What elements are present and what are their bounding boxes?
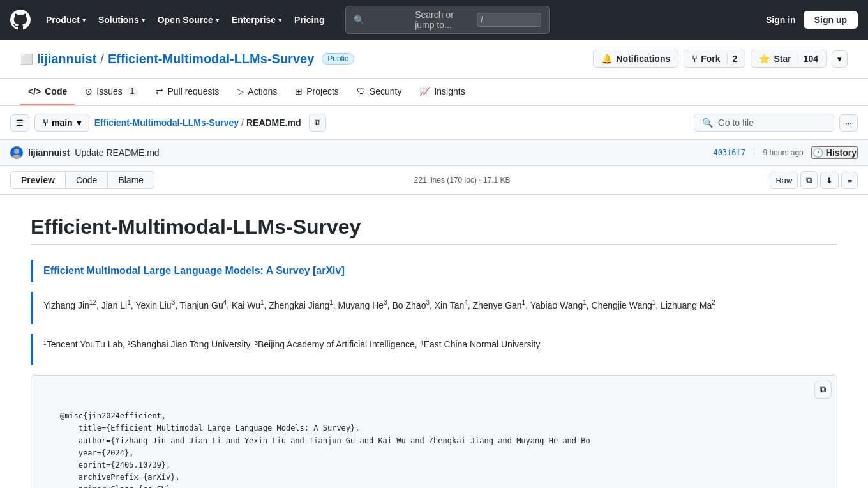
search-icon: 🔍: [354, 15, 410, 25]
github-logo-icon[interactable]: [10, 10, 31, 30]
projects-icon: ⊞: [295, 86, 303, 96]
commit-separator: ·: [753, 148, 755, 157]
outline-button[interactable]: ≡: [841, 172, 858, 189]
repo-header: ⬜ lijiannuist / Efficient-Multimodal-LLM…: [0, 40, 868, 79]
download-button[interactable]: ⬇: [820, 172, 839, 189]
branch-chevron-icon: ▾: [77, 118, 81, 128]
search-placeholder: Search or jump to...: [415, 10, 472, 30]
current-filename: README.md: [246, 118, 301, 128]
bell-icon: 🔔: [601, 54, 612, 64]
authors-text: Yizhang Jin12, Jian Li1, Yexin Liu3, Tia…: [43, 297, 827, 314]
bibtex-content: @misc{jin2024efficient, title={Efficient…: [41, 411, 590, 488]
repo-nav: </> Code ⊙ Issues 1 ⇄ Pull requests ▷ Ac…: [0, 79, 868, 106]
affiliations-text: ¹Tencent YouTu Lab, ²Shanghai Jiao Tong …: [43, 339, 827, 349]
paper-link[interactable]: Efficient Multimodal Large Language Mode…: [43, 265, 345, 276]
nav-enterprise[interactable]: Enterprise ▾: [227, 11, 287, 29]
solutions-chevron-icon: ▾: [142, 17, 145, 24]
tab-issues[interactable]: ⊙ Issues 1: [77, 79, 146, 105]
header-actions: Sign in Sign up: [766, 11, 858, 29]
repo-breadcrumb-link[interactable]: Efficient-Multimodal-LLMs-Survey: [94, 118, 239, 128]
file-breadcrumb: Efficient-Multimodal-LLMs-Survey / READM…: [94, 114, 689, 132]
readme-content: Efficient-Multimodal-LLMs-Survey Efficie…: [0, 195, 868, 488]
branch-icon: ⑂: [43, 118, 48, 128]
preview-tab[interactable]: Preview: [10, 171, 66, 189]
tab-code[interactable]: </> Code: [20, 79, 75, 105]
nav-open-source[interactable]: Open Source ▾: [153, 11, 224, 29]
history-button[interactable]: 🕐 History: [811, 146, 858, 159]
paper-citation-block: Efficient Multimodal Large Language Mode…: [31, 260, 837, 282]
repo-visibility-badge: Public: [322, 53, 354, 65]
go-to-file-search[interactable]: 🔍 Go to file: [694, 114, 834, 132]
star-dropdown-button[interactable]: ▾: [832, 50, 848, 68]
sidebar-icon: ☰: [16, 118, 24, 128]
repo-sep: /: [100, 52, 104, 66]
code-icon: </>: [28, 86, 41, 96]
fork-button[interactable]: ⑂ Fork 2: [684, 50, 745, 68]
search-icon-small: 🔍: [702, 118, 713, 128]
view-mode-tabs: Preview Code Blame: [10, 171, 154, 189]
tab-projects[interactable]: ⊞ Projects: [287, 79, 347, 105]
fork-count: 2: [727, 54, 738, 64]
chevron-down-icon: ▾: [837, 54, 842, 64]
notifications-button[interactable]: 🔔 Notifications: [593, 50, 678, 68]
readme-title: Efficient-Multimodal-LLMs-Survey: [31, 215, 837, 245]
commit-author[interactable]: lijiannuist: [28, 148, 70, 158]
star-count: 104: [798, 54, 818, 64]
author-avatar[interactable]: [10, 146, 23, 159]
security-icon: 🛡: [357, 86, 366, 96]
repo-owner-link[interactable]: lijiannuist: [37, 52, 96, 66]
blame-tab[interactable]: Blame: [108, 171, 154, 189]
tab-insights[interactable]: 📈 Insights: [412, 79, 472, 105]
repo-actions: 🔔 Notifications ⑂ Fork 2 ⭐ Star 104 ▾: [593, 50, 848, 68]
open-source-chevron-icon: ▾: [216, 17, 219, 24]
code-tab[interactable]: Code: [66, 171, 108, 189]
pr-icon: ⇄: [156, 86, 163, 96]
raw-button[interactable]: Raw: [770, 172, 798, 189]
authors-block: Yizhang Jin12, Jian Li1, Yexin Liu3, Tia…: [31, 292, 837, 324]
bibtex-block: ⧉ @misc{jin2024efficient, title={Efficie…: [31, 375, 837, 488]
copy-bibtex-button[interactable]: ⧉: [814, 381, 832, 399]
more-options-button[interactable]: ···: [839, 114, 858, 132]
issues-icon: ⊙: [85, 86, 93, 96]
copy-path-button[interactable]: ⧉: [309, 114, 326, 132]
enterprise-chevron-icon: ▾: [278, 17, 281, 24]
file-actions: Raw ⧉ ⬇ ≡: [770, 171, 858, 189]
tab-security[interactable]: 🛡 Security: [349, 79, 410, 105]
svg-point-1: [12, 155, 21, 159]
actions-icon: ▷: [237, 86, 244, 96]
affiliations-block: ¹Tencent YouTu Lab, ²Shanghai Jiao Tong …: [31, 334, 837, 365]
path-separator: /: [241, 118, 244, 128]
branch-selector[interactable]: ⑂ main ▾: [34, 114, 89, 132]
insights-icon: 📈: [419, 86, 430, 96]
commit-meta: 403f6f7 · 9 hours ago 🕐 History: [713, 146, 858, 159]
copy-raw-button[interactable]: ⧉: [800, 171, 818, 189]
star-button[interactable]: ⭐ Star 104: [751, 50, 827, 68]
sidebar-toggle-button[interactable]: ☰: [10, 114, 29, 132]
tab-actions[interactable]: ▷ Actions: [229, 79, 285, 105]
sign-up-button[interactable]: Sign up: [804, 11, 858, 29]
issues-badge: 1: [126, 86, 138, 96]
tab-pull-requests[interactable]: ⇄ Pull requests: [148, 79, 227, 105]
nav-pricing[interactable]: Pricing: [289, 11, 329, 29]
site-header: Product ▾ Solutions ▾ Open Source ▾ Ente…: [0, 0, 868, 40]
commit-message: Update README.md: [75, 148, 159, 158]
nav-product[interactable]: Product ▾: [41, 11, 91, 29]
repo-name-link[interactable]: Efficient-Multimodal-LLMs-Survey: [108, 52, 314, 66]
commit-time: 9 hours ago: [763, 148, 803, 157]
sign-in-link[interactable]: Sign in: [766, 15, 796, 25]
svg-point-0: [14, 149, 19, 154]
commit-row: lijiannuist Update README.md 403f6f7 · 9…: [0, 140, 868, 166]
star-icon: ⭐: [759, 54, 770, 64]
search-kbd: /: [477, 13, 541, 27]
product-chevron-icon: ▾: [82, 17, 86, 24]
search-bar[interactable]: 🔍 Search or jump to... /: [345, 6, 550, 34]
file-toolbar: ☰ ⑂ main ▾ Efficient-Multimodal-LLMs-Sur…: [0, 106, 868, 140]
commit-info: lijiannuist Update README.md: [10, 146, 160, 159]
nav-solutions[interactable]: Solutions ▾: [93, 11, 150, 29]
repo-type-icon: ⬜: [20, 53, 33, 65]
file-stats: 221 lines (170 loc) · 17.1 KB: [414, 176, 511, 185]
commit-hash-link[interactable]: 403f6f7: [713, 148, 745, 157]
repo-breadcrumb: ⬜ lijiannuist / Efficient-Multimodal-LLM…: [20, 52, 354, 66]
main-nav: Product ▾ Solutions ▾ Open Source ▾ Ente…: [41, 11, 330, 29]
fork-icon: ⑂: [692, 54, 697, 64]
